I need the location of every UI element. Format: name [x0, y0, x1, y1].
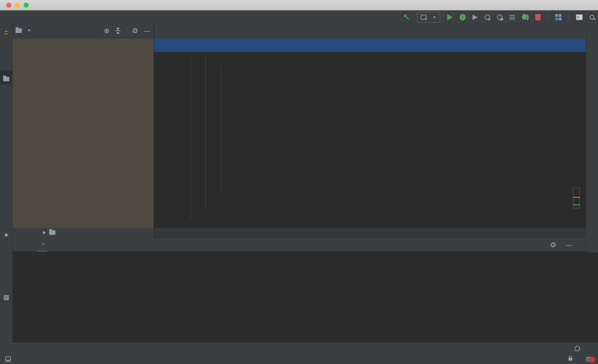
ide-window: ↖ ▼ ) ★ [0, 0, 598, 364]
error-stripe-warning [573, 197, 580, 198]
status-bar: ⚙ [0, 354, 598, 364]
readonly-lock-icon[interactable] [569, 358, 572, 361]
editor-area [154, 24, 586, 238]
close-window-button[interactable] [6, 3, 11, 8]
project-tool-window: ▼ ⊕ ⚙ — [13, 24, 154, 238]
make-project-icon[interactable]: ↖ [403, 13, 410, 21]
hide-terminal-icon[interactable]: — [565, 242, 572, 248]
error-stripe-ok [573, 204, 580, 205]
ide-status-icon[interactable] [5, 356, 11, 362]
sidebar-item-favorites[interactable]: ★ [0, 228, 12, 238]
run-button[interactable] [447, 14, 453, 20]
editor-breadcrumbs [154, 228, 586, 238]
run-with-coverage-button[interactable] [473, 14, 478, 20]
chevron-down-icon[interactable]: ▼ [27, 28, 31, 33]
terminal-output[interactable] [13, 251, 586, 342]
scrollbar-thumb[interactable] [573, 187, 580, 209]
watermark-logo [589, 356, 595, 363]
titlebar [0, 0, 598, 10]
run-anything-icon[interactable] [576, 14, 583, 20]
attach-debugger-button[interactable]: ) [522, 14, 528, 21]
editor-tabs [154, 24, 586, 39]
structure-icon [4, 295, 9, 300]
sidebar-item-structure[interactable] [0, 292, 12, 300]
terminal-settings-gear-icon[interactable]: ⚙ [550, 241, 556, 248]
close-icon[interactable]: × [42, 241, 45, 248]
navigation-bar: ↖ ▼ ) [0, 10, 598, 24]
profiler-disabled-icon [497, 15, 502, 20]
collapse-all-icon[interactable] [115, 28, 121, 34]
run-configuration-select[interactable]: ▼ [417, 12, 440, 23]
package-tree [13, 39, 154, 228]
right-tool-stripe [586, 24, 598, 252]
sidebar-item-learn[interactable] [0, 27, 12, 35]
indent-guide [206, 56, 206, 211]
zoom-window-button[interactable] [24, 3, 29, 8]
hide-panel-icon[interactable]: — [144, 27, 150, 34]
gear-icon[interactable]: ⚙ [132, 27, 138, 34]
terminal-tool-window: × ⚙ — [13, 238, 586, 342]
folder-icon [16, 28, 22, 33]
sidebar-item-project[interactable] [0, 71, 12, 85]
tree-item-wsdl[interactable] [13, 228, 154, 237]
divider [569, 13, 569, 21]
indent-guide [191, 56, 191, 220]
code-editor[interactable] [154, 52, 586, 228]
locate-file-icon[interactable]: ⊕ [104, 27, 110, 34]
divider [126, 27, 127, 35]
project-structure-icon[interactable] [555, 14, 558, 17]
stop-button[interactable] [535, 14, 541, 20]
divider [548, 13, 548, 21]
expand-arrow-icon[interactable] [43, 231, 46, 235]
profiler-button[interactable] [485, 15, 490, 20]
dump-threads-icon [510, 15, 515, 16]
chevron-down-icon: ▼ [432, 15, 436, 20]
run-config-icon [421, 15, 426, 20]
learn-icon [4, 30, 9, 35]
indent-guide [221, 65, 221, 193]
minimize-window-button[interactable] [15, 3, 20, 8]
tool-window-bar [0, 342, 598, 354]
search-everywhere-icon[interactable] [590, 15, 594, 19]
toolbar: ↖ ▼ ) [403, 10, 594, 24]
folder-icon [49, 230, 55, 235]
star-icon: ★ [4, 231, 9, 238]
balloon-icon [575, 346, 580, 351]
terminal-header: × ⚙ — [13, 238, 586, 251]
debug-button[interactable] [460, 14, 465, 21]
terminal-tab-local[interactable]: × [37, 238, 47, 251]
project-panel-header: ▼ ⊕ ⚙ — [13, 24, 153, 37]
event-log-button[interactable] [575, 346, 583, 351]
decompiler-banner [154, 39, 586, 52]
folder-icon [3, 77, 9, 81]
